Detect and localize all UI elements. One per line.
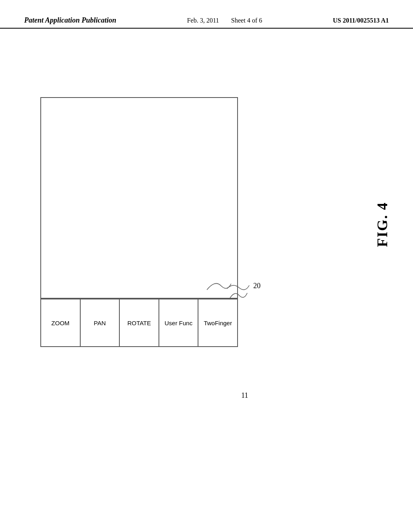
figure-label: FIG. 4 xyxy=(374,202,391,247)
two-finger-button[interactable]: TwoFinger xyxy=(198,299,237,346)
sheet-info: Sheet 4 of 6 xyxy=(231,17,262,24)
reference-number-11: 11 xyxy=(241,391,248,400)
toolbar-container: ZOOM PAN ROTATE User Func TwoFinger xyxy=(40,299,238,347)
page-header: Patent Application Publication Feb. 3, 2… xyxy=(0,0,413,29)
rotate-button[interactable]: ROTATE xyxy=(120,299,159,346)
header-middle: Feb. 3, 2011 Sheet 4 of 6 xyxy=(187,17,262,24)
pan-button[interactable]: PAN xyxy=(81,299,120,346)
patent-number: US 2011/0025513 A1 xyxy=(333,17,389,24)
zoom-button[interactable]: ZOOM xyxy=(41,299,81,346)
device-screen xyxy=(40,97,238,299)
main-content: FIG. 4 20 ZOOM PAN ROTATE User Func TwoF… xyxy=(0,29,413,528)
publication-title: Patent Application Publication xyxy=(24,16,116,25)
ref-11-bracket xyxy=(227,288,249,301)
user-func-button[interactable]: User Func xyxy=(159,299,199,346)
two-finger-label: TwoFinger xyxy=(204,320,232,326)
reference-number-20: 20 xyxy=(253,282,348,290)
publication-date: Feb. 3, 2011 xyxy=(187,17,219,24)
